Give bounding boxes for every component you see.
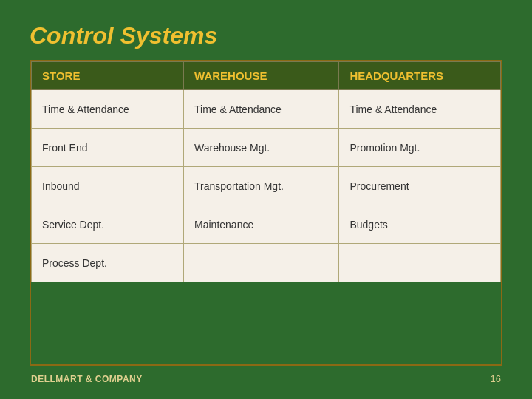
cell-row2-col2: Transportation Mgt.: [184, 167, 339, 205]
cell-row1-col1: Front End: [32, 129, 184, 167]
table-row: InboundTransportation Mgt.Procurement: [32, 167, 501, 205]
cell-row3-col3: Budgets: [339, 205, 501, 244]
table-row: Front EndWarehouse Mgt.Promotion Mgt.: [32, 129, 501, 167]
cell-row2-col3: Procurement: [339, 167, 501, 205]
cell-row1-col2: Warehouse Mgt.: [184, 129, 339, 167]
cell-row0-col3: Time & Attendance: [339, 90, 501, 129]
cell-row4-col1: Process Dept.: [32, 244, 184, 282]
cell-row3-col2: Maintenance: [184, 205, 339, 244]
footer: DELLMART & COMPANY 16: [30, 373, 502, 384]
header-headquarters: HEADQUARTERS: [339, 62, 501, 90]
cell-row1-col3: Promotion Mgt.: [339, 129, 501, 167]
cell-row4-col3: [339, 244, 501, 282]
footer-company: DELLMART & COMPANY: [31, 374, 143, 384]
footer-page: 16: [491, 373, 501, 384]
control-systems-table: STORE WAREHOUSE HEADQUARTERS Time & Atte…: [31, 61, 501, 282]
cell-row2-col1: Inbound: [32, 167, 184, 205]
table-wrapper: STORE WAREHOUSE HEADQUARTERS Time & Atte…: [30, 60, 502, 366]
table-row: Process Dept.: [32, 244, 501, 282]
header-warehouse: WAREHOUSE: [184, 62, 339, 90]
table-row: Service Dept.MaintenanceBudgets: [32, 205, 501, 244]
cell-row4-col2: [184, 244, 339, 282]
table-header-row: STORE WAREHOUSE HEADQUARTERS: [32, 62, 501, 90]
header-store: STORE: [32, 62, 184, 90]
page-container: Control Systems STORE WAREHOUSE HEADQUAR…: [0, 0, 532, 399]
cell-row3-col1: Service Dept.: [32, 205, 184, 244]
cell-row0-col2: Time & Attendance: [184, 90, 339, 129]
page-title: Control Systems: [30, 22, 502, 50]
table-row: Time & AttendanceTime & AttendanceTime &…: [32, 90, 501, 129]
cell-row0-col1: Time & Attendance: [32, 90, 184, 129]
